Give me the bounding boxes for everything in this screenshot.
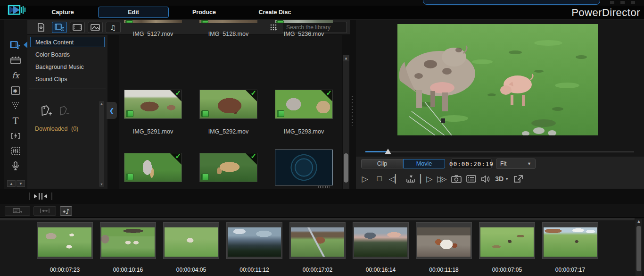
- import-media-icon[interactable]: [34, 22, 48, 33]
- explorer-item[interactable]: Sound Clips: [30, 74, 105, 84]
- media-item[interactable]: IMG_5236.mov: [275, 20, 333, 37]
- timeline-clip[interactable]: 00:00:04:05: [163, 222, 219, 273]
- clip-thumbnail-frame[interactable]: [37, 222, 93, 259]
- clip-thumbnail: [544, 227, 597, 257]
- remove-tag-icon[interactable]: [58, 106, 71, 116]
- pip-objects-room-button[interactable]: ✱: [8, 84, 24, 97]
- seek-unit-button[interactable]: [405, 173, 416, 184]
- clip-duration: 00:00:07:05: [479, 267, 535, 273]
- 3d-mode-button[interactable]: 3D ▼: [495, 173, 509, 184]
- play-button[interactable]: ▷: [360, 173, 370, 184]
- voiceover-room-button[interactable]: [8, 159, 24, 173]
- timeline-clip[interactable]: 00:00:10:16: [100, 222, 156, 273]
- collapse-panel-button[interactable]: ❮: [107, 102, 117, 119]
- media-thumbnail[interactable]: ✓: [124, 153, 182, 182]
- music-filter-icon[interactable]: ♫: [106, 22, 121, 33]
- scrollbar-thumb[interactable]: [636, 226, 641, 271]
- timeline-clip[interactable]: 00:00:11:12: [226, 222, 282, 273]
- fast-forward-button[interactable]: ▷▷: [437, 173, 447, 184]
- timecode-display[interactable]: 00:00:20:19: [451, 159, 492, 169]
- explorer-scrollbar[interactable]: ▲ ▼: [99, 101, 104, 187]
- volume-button[interactable]: [480, 173, 491, 184]
- media-thumbnail[interactable]: ✓: [275, 90, 333, 119]
- clip-thumbnail-frame[interactable]: [542, 222, 598, 259]
- media-room-button[interactable]: ♪: [8, 39, 24, 52]
- scroll-up-icon[interactable]: ▲: [343, 55, 349, 61]
- title-room-button[interactable]: T: [8, 114, 24, 127]
- media-item[interactable]: ✓ IMG_5293.mov: [275, 90, 333, 135]
- panel-splitter-handle[interactable]: [351, 96, 354, 126]
- effect-room-button[interactable]: fx: [8, 69, 24, 82]
- scrollbar-thumb[interactable]: [344, 153, 348, 183]
- next-frame-button[interactable]: ▏▷: [420, 173, 432, 184]
- mode-tab[interactable]: Produce: [169, 7, 239, 18]
- movie-mode-button[interactable]: Movie: [403, 159, 445, 168]
- mode-tab[interactable]: Create Disc: [239, 7, 310, 18]
- preview-quality-button[interactable]: [466, 173, 476, 184]
- previous-frame-button[interactable]: ◁▏: [389, 173, 401, 184]
- clip-thumbnail-frame[interactable]: [479, 222, 535, 259]
- timeline-clip[interactable]: 00:00:16:14: [353, 222, 409, 273]
- stop-button[interactable]: □: [374, 173, 385, 184]
- clip-duration: 00:00:17:02: [289, 267, 346, 273]
- timeline-clip[interactable]: 00:00:11:18: [416, 222, 472, 273]
- media-thumbnail[interactable]: ✓: [199, 153, 257, 182]
- media-item[interactable]: IMG_5128.mov: [199, 20, 257, 37]
- rail-scroll-down[interactable]: ▼: [17, 180, 25, 187]
- media-thumbnail[interactable]: [124, 20, 182, 23]
- explorer-item[interactable]: Color Boards: [30, 49, 105, 59]
- clip-thumbnail-frame[interactable]: [100, 222, 156, 259]
- media-item[interactable]: IMG_5127.mov: [124, 20, 182, 37]
- clip-thumbnail-frame[interactable]: [289, 222, 346, 259]
- clip-thumbnail-frame[interactable]: [353, 222, 409, 259]
- timeline-scrollbar[interactable]: ▲: [636, 219, 642, 276]
- explorer-item[interactable]: Media Content: [30, 37, 105, 47]
- preview-video[interactable]: [397, 24, 598, 135]
- scroll-down-icon[interactable]: ▼: [99, 183, 104, 186]
- media-thumbnail[interactable]: ✓: [199, 90, 257, 119]
- media-thumbnail[interactable]: ✓: [124, 90, 182, 119]
- zoom-fit-dropdown[interactable]: Fit ▼: [496, 159, 536, 169]
- mode-tab[interactable]: Capture: [27, 7, 98, 18]
- mode-tab[interactable]: Edit: [98, 7, 169, 18]
- splitter-dots-handle[interactable]: [318, 186, 330, 188]
- timeline-clip[interactable]: 00:00:07:17: [542, 222, 598, 273]
- clip-mode-button[interactable]: Clip: [361, 159, 403, 168]
- downloaded-tag[interactable]: Downloaded (0): [35, 125, 78, 132]
- scroll-up-icon[interactable]: ▲: [99, 102, 104, 105]
- undock-preview-button[interactable]: [513, 173, 523, 184]
- explorer-item[interactable]: Background Music: [30, 61, 105, 72]
- scroll-up-icon[interactable]: ▲: [636, 219, 642, 225]
- add-tag-icon[interactable]: [40, 105, 53, 117]
- clip-thumbnail-frame[interactable]: [163, 222, 219, 259]
- media-thumbnail[interactable]: [199, 20, 257, 23]
- clip-thumbnail-frame[interactable]: [416, 222, 472, 259]
- media-thumbnail[interactable]: ✓: [275, 150, 333, 185]
- photo-filter-icon[interactable]: [88, 22, 103, 33]
- particle-room-button[interactable]: [8, 99, 24, 112]
- fit-timeline-button[interactable]: [33, 206, 56, 216]
- audio-mixing-room-button[interactable]: [8, 144, 24, 158]
- video-filter-icon[interactable]: [70, 22, 85, 33]
- add-track-button[interactable]: [5, 206, 30, 216]
- media-item[interactable]: ✓ IMG_5292.mov: [199, 90, 257, 135]
- seek-thumb[interactable]: [385, 149, 391, 154]
- seek-track[interactable]: [365, 151, 634, 152]
- media-filter-icon[interactable]: ♫: [52, 22, 67, 33]
- timeline-ruler[interactable]: [0, 218, 635, 220]
- preview-seek-slider[interactable]: [365, 149, 634, 155]
- music-note-icon: [275, 150, 332, 185]
- snapshot-button[interactable]: [451, 173, 462, 184]
- transition-room-button[interactable]: [8, 129, 24, 142]
- timeline-clip[interactable]: 00:00:07:05: [479, 222, 535, 273]
- media-thumbnail[interactable]: [275, 20, 333, 23]
- media-item[interactable]: ✓ IMG_5291.mov: [124, 90, 182, 135]
- clip-thumbnail-frame[interactable]: [226, 222, 282, 259]
- add-background-music-button[interactable]: ♪: [60, 206, 72, 216]
- timeline-clip[interactable]: 00:00:07:23: [37, 222, 93, 273]
- grid-scrollbar[interactable]: ▲ ▼: [343, 55, 349, 205]
- rail-scroll-up[interactable]: ▲: [7, 180, 16, 187]
- project-room-button[interactable]: [8, 54, 24, 67]
- timeline-clip[interactable]: 00:00:17:02: [289, 222, 346, 273]
- splitter-resize-handle[interactable]: [28, 192, 53, 201]
